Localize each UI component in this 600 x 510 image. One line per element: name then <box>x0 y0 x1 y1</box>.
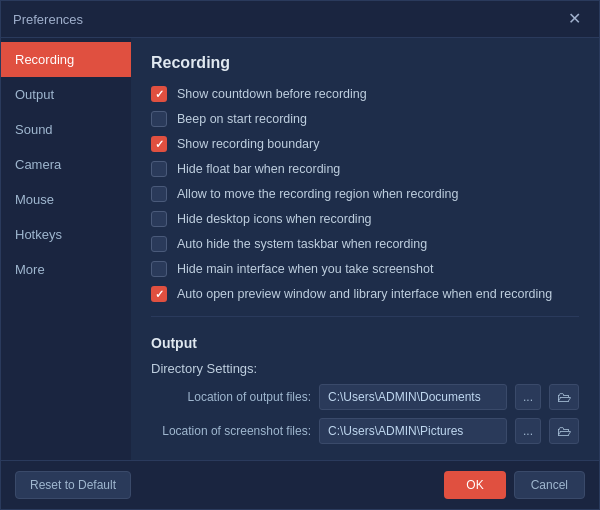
checkbox-beep[interactable] <box>151 111 167 127</box>
sidebar-item-sound[interactable]: Sound <box>1 112 131 147</box>
screenshot-files-input[interactable] <box>319 418 507 444</box>
output-dots-button[interactable]: ... <box>515 384 541 410</box>
action-buttons: OK Cancel <box>444 471 585 499</box>
checkbox-label-moveregion: Allow to move the recording region when … <box>177 187 458 201</box>
sidebar-item-output[interactable]: Output <box>1 77 131 112</box>
content-area: Recording Show countdown before recordin… <box>131 38 599 460</box>
checkboxes-container: Show countdown before recordingBeep on s… <box>151 86 579 302</box>
checkbox-label-desktopicons: Hide desktop icons when recording <box>177 212 372 226</box>
screenshot-files-label: Location of screenshot files: <box>151 424 311 438</box>
close-button[interactable]: ✕ <box>562 9 587 29</box>
checkbox-label-floatbar: Hide float bar when recording <box>177 162 340 176</box>
checkbox-row-moveregion[interactable]: Allow to move the recording region when … <box>151 186 579 202</box>
output-files-row: Location of output files: ... 🗁 <box>151 384 579 410</box>
output-section: Output Directory Settings: Location of o… <box>151 335 579 460</box>
checkbox-label-countdown: Show countdown before recording <box>177 87 367 101</box>
main-content: RecordingOutputSoundCameraMouseHotkeysMo… <box>1 38 599 460</box>
checkbox-taskbar[interactable] <box>151 236 167 252</box>
dialog-title: Preferences <box>13 12 83 27</box>
screenshot-files-row: Location of screenshot files: ... 🗁 <box>151 418 579 444</box>
checkbox-row-floatbar[interactable]: Hide float bar when recording <box>151 161 579 177</box>
checkbox-maininterface[interactable] <box>151 261 167 277</box>
sidebar-item-camera[interactable]: Camera <box>1 147 131 182</box>
checkbox-moveregion[interactable] <box>151 186 167 202</box>
checkbox-row-desktopicons[interactable]: Hide desktop icons when recording <box>151 211 579 227</box>
output-files-input[interactable] <box>319 384 507 410</box>
screenshot-folder-button[interactable]: 🗁 <box>549 418 579 444</box>
reset-button[interactable]: Reset to Default <box>15 471 131 499</box>
ok-button[interactable]: OK <box>444 471 505 499</box>
checkbox-label-beep: Beep on start recording <box>177 112 307 126</box>
sidebar-item-more[interactable]: More <box>1 252 131 287</box>
sidebar-item-hotkeys[interactable]: Hotkeys <box>1 217 131 252</box>
checkbox-desktopicons[interactable] <box>151 211 167 227</box>
sidebar-item-mouse[interactable]: Mouse <box>1 182 131 217</box>
output-section-title: Output <box>151 335 579 351</box>
sidebar-item-recording[interactable]: Recording <box>1 42 131 77</box>
output-folder-button[interactable]: 🗁 <box>549 384 579 410</box>
preferences-dialog: Preferences ✕ RecordingOutputSoundCamera… <box>0 0 600 510</box>
checkbox-floatbar[interactable] <box>151 161 167 177</box>
checkbox-row-boundary[interactable]: Show recording boundary <box>151 136 579 152</box>
checkbox-label-taskbar: Auto hide the system taskbar when record… <box>177 237 427 251</box>
checkbox-label-boundary: Show recording boundary <box>177 137 319 151</box>
checkbox-row-maininterface[interactable]: Hide main interface when you take screen… <box>151 261 579 277</box>
checkbox-row-beep[interactable]: Beep on start recording <box>151 111 579 127</box>
checkbox-label-maininterface: Hide main interface when you take screen… <box>177 262 433 276</box>
recording-section-title: Recording <box>151 54 579 72</box>
cancel-button[interactable]: Cancel <box>514 471 585 499</box>
sidebar: RecordingOutputSoundCameraMouseHotkeysMo… <box>1 38 131 460</box>
title-bar: Preferences ✕ <box>1 1 599 38</box>
divider <box>151 316 579 317</box>
checkbox-countdown[interactable] <box>151 86 167 102</box>
dir-settings-title: Directory Settings: <box>151 361 579 376</box>
checkbox-autoopen[interactable] <box>151 286 167 302</box>
checkbox-row-taskbar[interactable]: Auto hide the system taskbar when record… <box>151 236 579 252</box>
checkbox-row-countdown[interactable]: Show countdown before recording <box>151 86 579 102</box>
checkbox-row-autoopen[interactable]: Auto open preview window and library int… <box>151 286 579 302</box>
checkbox-boundary[interactable] <box>151 136 167 152</box>
checkbox-label-autoopen: Auto open preview window and library int… <box>177 287 552 301</box>
bottom-bar: Reset to Default OK Cancel <box>1 460 599 509</box>
screenshot-dots-button[interactable]: ... <box>515 418 541 444</box>
output-files-label: Location of output files: <box>151 390 311 404</box>
